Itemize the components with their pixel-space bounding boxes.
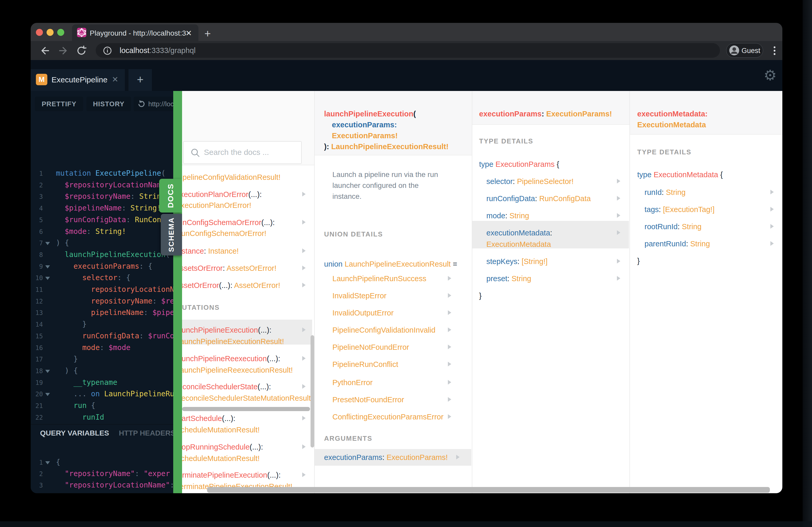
code-token: union (324, 260, 345, 268)
fold-caret-icon[interactable] (45, 370, 50, 373)
prettify-button[interactable]: PRETTIFY (35, 97, 83, 111)
traffic-zoom-icon[interactable] (57, 29, 64, 36)
code-line[interactable]: 1mutation ExecutePipeline( (31, 168, 173, 180)
code-token: : (686, 240, 690, 248)
argument-item[interactable]: executionParams: ExecutionParams! (324, 453, 448, 462)
code-line[interactable]: 10 selector: { (31, 273, 173, 285)
docs-field-name-line: launchPipelineExecution(...): (182, 326, 272, 334)
code-text: "pipelineName": "metrics (56, 492, 170, 493)
vertical-scrollbar[interactable] (310, 335, 314, 448)
code-token: : (230, 281, 232, 289)
variables-editor[interactable]: 1{2 "repositoryName": "exper3 "repositor… (31, 440, 173, 493)
new-tab-icon[interactable]: + (204, 28, 211, 40)
profile-button[interactable]: Guest (726, 43, 763, 58)
code-line[interactable]: 14 } (31, 319, 173, 331)
code-line[interactable]: 5 $runConfigData: RunConfigData (31, 215, 173, 227)
variables-line[interactable]: 1{ (31, 457, 173, 469)
code-line[interactable]: 7) { (31, 238, 173, 250)
variables-line[interactable]: 3 "repositoryLocationName": (31, 480, 173, 492)
code-line[interactable]: 21 run { (31, 401, 173, 412)
expand-arrow-icon (448, 293, 451, 298)
playground-new-tab-icon[interactable]: + (129, 69, 152, 91)
code-line[interactable]: 13 pipelineName: $pipelineName (31, 308, 173, 319)
type-details-header: TYPE DETAILS (479, 137, 533, 145)
code-line[interactable]: 9 executionParams: { (31, 261, 173, 273)
tab-http-headers[interactable]: HTTP HEADERS (119, 429, 173, 437)
tab-query-variables[interactable]: QUERY VARIABLES (40, 429, 109, 437)
code-token: AssetsOrError! (227, 264, 276, 272)
fold-caret-icon[interactable] (45, 277, 50, 280)
url-bar[interactable]: localhost:3333/graphql (96, 43, 720, 58)
list-horizontal-scrollbar[interactable] (182, 407, 310, 411)
code-line[interactable]: 6 $mode: String! (31, 227, 173, 238)
query-editor[interactable]: 1mutation ExecutePipeline(2 $repositoryL… (31, 121, 173, 424)
type-field-line: rootRunId: String (644, 223, 701, 231)
code-line[interactable]: 20 ... on LaunchPipelineRunSuccess (31, 389, 173, 401)
browser-tab[interactable]: Playground - http://localhost:3 ✕ (72, 25, 199, 41)
code-token: stopRunningSchedule (182, 443, 250, 451)
expand-arrow-icon (448, 414, 451, 419)
code-token: launchPipelineExecution (65, 250, 166, 259)
endpoint-url-box[interactable]: http://loc (134, 97, 173, 111)
horizontal-scrollbar[interactable] (207, 487, 770, 493)
fold-caret-icon[interactable] (45, 242, 50, 245)
wallpaper-edge-bottom (0, 521, 812, 527)
field-signature-line: ExecutionParams! (332, 132, 398, 140)
code-token: __typename (73, 378, 117, 387)
docs-field-name-line: stopRunningSchedule(...): (182, 443, 263, 451)
traffic-minimize-icon[interactable] (46, 29, 54, 36)
settings-gear-icon[interactable]: ⚙ (764, 67, 777, 84)
code-token: ExecutePipeline (96, 169, 161, 178)
code-token: executionMetadata (487, 229, 550, 237)
code-line[interactable]: 3 $repositoryName: String! (31, 192, 173, 203)
docs-field-type-line: RunConfigSchemaOrError! (182, 229, 266, 238)
code-line[interactable]: 17 } (31, 354, 173, 366)
playground-tab-close-icon[interactable]: ✕ (112, 75, 118, 84)
tab-close-icon[interactable]: ✕ (186, 29, 192, 38)
code-line[interactable]: 4 $pipelineName: String! (31, 203, 173, 215)
code-token: $runConfigData (65, 215, 126, 224)
code-line[interactable]: 8 launchPipelineExecution( (31, 250, 173, 261)
code-token: : (126, 492, 135, 493)
traffic-close-icon[interactable] (36, 29, 43, 36)
tab-docs[interactable]: DOCS (159, 179, 182, 213)
code-line[interactable]: 19 __typename (31, 378, 173, 389)
code-token: : (517, 257, 521, 266)
back-icon[interactable] (39, 45, 51, 57)
fold-caret-icon[interactable] (45, 393, 50, 396)
code-line[interactable]: 15 runConfigData: $runConfigData (31, 331, 173, 343)
type-field-line: selector: PipelineSelector! (487, 177, 574, 186)
code-line[interactable]: 11 repositoryLocationName: $repositoryLo… (31, 285, 173, 296)
field-signature-line: launchPipelineExecution( (324, 110, 416, 118)
code-line[interactable]: 12 repositoryName: $repositoryName (31, 296, 173, 308)
refresh-endpoint-icon[interactable] (137, 100, 146, 108)
code-line[interactable]: 22 runId (31, 412, 173, 424)
code-token: $mode (65, 227, 87, 236)
docs-field-name-line: runConfigSchemaOrError(...): (182, 218, 275, 227)
site-info-icon[interactable] (103, 46, 112, 55)
forward-icon[interactable] (57, 45, 69, 57)
code-token: (...) (258, 326, 270, 334)
code-token: 1 (31, 168, 43, 179)
mutation-badge: M (36, 74, 47, 85)
tab-schema[interactable]: SCHEMA (161, 214, 182, 255)
browser-menu-icon[interactable] (772, 45, 777, 57)
code-token: 3 (31, 480, 43, 491)
code-token: runId (644, 188, 662, 196)
code-token: ): (324, 142, 331, 151)
docs-field-name-line: assetsOrError: AssetsOrError! (182, 264, 276, 273)
fold-caret-icon[interactable] (45, 461, 50, 464)
code-line[interactable]: 2 $repositoryLocationName: String! (31, 180, 173, 192)
code-line[interactable]: 16 mode: $mode (31, 343, 173, 355)
expand-arrow-icon (617, 259, 620, 264)
code-token: : (278, 471, 281, 479)
variables-line[interactable]: 2 "repositoryName": "exper (31, 469, 173, 481)
code-line[interactable]: 18 ) { (31, 366, 173, 378)
variables-line[interactable]: 4 "pipelineName": "metrics (31, 492, 173, 493)
fold-caret-icon[interactable] (45, 265, 50, 268)
history-button[interactable]: HISTORY (86, 97, 131, 111)
code-token: executionParams (324, 453, 382, 462)
code-token (56, 250, 65, 259)
reload-icon[interactable] (75, 45, 87, 57)
playground-tab-executepipeline[interactable]: M ExecutePipeline ✕ (31, 69, 125, 91)
